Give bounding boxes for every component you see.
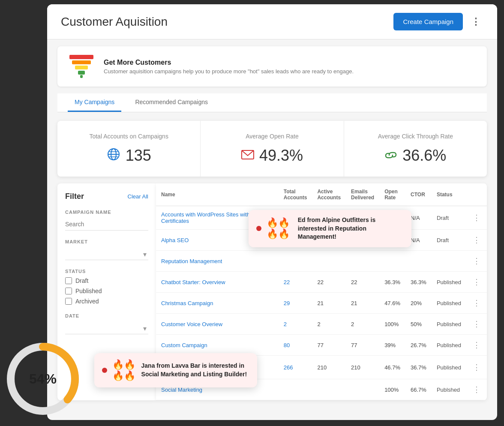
row-menu-button[interactable]: ⋮ <box>471 256 482 266</box>
cell-status: Published <box>432 272 466 293</box>
cell-total-accounts: 266 <box>279 356 312 379</box>
table-row: Chatbot Starter: Overview 22 22 22 36.3%… <box>156 272 487 293</box>
stats-row: Total Accounts on Campaigns 135 Average … <box>57 121 487 177</box>
status-option-published[interactable]: Published <box>65 288 148 294</box>
campaign-link[interactable]: Chatbot Starter: Overview <box>161 279 225 285</box>
cell-status: Published <box>432 293 466 314</box>
cell-actions: ⋮ <box>466 251 487 272</box>
table-row: Custom Campaign 80 77 77 39% 26.7% Publi… <box>156 335 487 356</box>
campaign-name-label: CAMPAIGN NAME <box>65 210 148 215</box>
row-menu-button[interactable]: ⋮ <box>471 298 482 308</box>
page-title: Customer Aquisition <box>61 15 168 29</box>
cell-active-accounts <box>312 379 346 400</box>
donut-percent: 54% <box>29 371 57 387</box>
status-checkbox-archived[interactable] <box>65 298 72 305</box>
cell-status: Published <box>432 356 466 379</box>
row-menu-button[interactable]: ⋮ <box>471 319 482 329</box>
cell-actions: ⋮ <box>466 206 487 230</box>
cell-status <box>432 251 466 272</box>
cell-active-accounts: 21 <box>312 293 346 314</box>
status-label: STATUS <box>65 269 148 274</box>
table-row: Christmas Campaign 29 21 21 47.6% 20% Pu… <box>156 293 487 314</box>
campaign-link[interactable]: Alpha SEO <box>161 237 189 243</box>
row-menu-button[interactable]: ⋮ <box>471 277 482 287</box>
more-menu-icon[interactable]: ⋮ <box>468 14 483 30</box>
date-label: DATE <box>65 313 148 318</box>
row-menu-button[interactable]: ⋮ <box>471 340 482 350</box>
stat-open-rate-label: Average Open Rate <box>211 133 333 140</box>
cell-actions: ⋮ <box>466 272 487 293</box>
banner-description: Customer aquisition campaigns help you t… <box>104 68 354 75</box>
cell-active-accounts: 77 <box>312 335 346 356</box>
row-menu-button[interactable]: ⋮ <box>471 384 482 395</box>
cell-emails-delivered: 210 <box>346 356 379 379</box>
email-icon <box>241 148 254 163</box>
link-icon <box>384 149 397 162</box>
filter-campaign-name-section: CAMPAIGN NAME <box>65 210 148 231</box>
date-select-wrapper: ▾ <box>65 322 148 334</box>
funnel-icon <box>68 55 95 78</box>
cell-ctor: 66.7% <box>405 379 432 400</box>
cell-open-rate: 39% <box>379 335 405 356</box>
status-option-draft-label: Draft <box>75 277 88 284</box>
status-option-archived-label: Archived <box>75 298 99 305</box>
row-menu-button[interactable]: ⋮ <box>471 213 482 223</box>
cell-status: Draft <box>432 206 466 230</box>
market-select[interactable] <box>65 248 148 260</box>
create-campaign-button[interactable]: Create Campaign <box>393 13 463 30</box>
status-option-draft[interactable]: Draft <box>65 277 148 284</box>
cell-ctor: 36.7% <box>405 356 432 379</box>
status-checkbox-draft[interactable] <box>65 277 72 284</box>
cell-total-accounts: 80 <box>279 335 312 356</box>
banner: Get More Customers Customer aquisition c… <box>57 46 487 87</box>
status-options: Draft Published Archived <box>65 277 148 305</box>
campaign-name-input[interactable] <box>65 218 148 231</box>
date-select[interactable] <box>65 322 148 334</box>
campaign-link[interactable]: Customer Voice Overiew <box>161 321 222 327</box>
status-checkbox-published[interactable] <box>65 288 72 294</box>
donut-inner: 54% <box>29 371 57 387</box>
tooltip-bubble-2: 🔥🔥🔥🔥 Jana from Lavva Bar is interested i… <box>94 353 257 387</box>
cell-total-accounts: 29 <box>279 293 312 314</box>
cell-total-accounts <box>279 251 312 272</box>
cell-active-accounts <box>312 251 346 272</box>
market-label: MARKET <box>65 239 148 244</box>
col-active-accounts: ActiveAccounts <box>312 183 346 206</box>
col-ctor: CTOR <box>405 183 432 206</box>
clear-all-button[interactable]: Clear All <box>128 193 148 200</box>
svg-rect-3 <box>78 71 85 75</box>
campaign-link[interactable]: Reputation Management <box>161 258 222 264</box>
cell-total-accounts: 2 <box>279 314 312 335</box>
campaign-link[interactable]: Custom Campaign <box>161 342 207 348</box>
cell-actions: ⋮ <box>466 314 487 335</box>
tab-my-campaigns[interactable]: My Campaigns <box>68 93 121 112</box>
cell-total-accounts <box>279 379 312 400</box>
row-menu-button[interactable]: ⋮ <box>471 235 482 245</box>
cell-actions: ⋮ <box>466 293 487 314</box>
stat-click-through-label: Average Click Through Rate <box>354 133 477 140</box>
tooltip-dot-2 <box>102 368 107 373</box>
cell-active-accounts: 22 <box>312 272 346 293</box>
row-menu-button[interactable]: ⋮ <box>471 362 482 372</box>
cell-status: Published <box>432 314 466 335</box>
filter-date-section: DATE ▾ <box>65 313 148 334</box>
tab-recommended-campaigns[interactable]: Recommended Campaigns <box>128 93 215 112</box>
status-option-archived[interactable]: Archived <box>65 298 148 305</box>
cell-active-accounts: 210 <box>312 356 346 379</box>
tooltip-bubble-1: 🔥🔥🔥🔥 Ed from Alpine Outfitters is intere… <box>249 210 411 247</box>
cell-emails-delivered: 77 <box>346 335 379 356</box>
filter-title: Filter <box>65 192 84 201</box>
campaign-link[interactable]: Christmas Campaign <box>161 300 213 306</box>
svg-rect-2 <box>75 66 88 69</box>
cell-ctor: 26.7% <box>405 335 432 356</box>
header: Customer Aquisition Create Campaign ⋮ <box>47 4 497 39</box>
cell-status: Published <box>432 335 466 356</box>
col-status: Status <box>432 183 466 206</box>
stat-click-through-value: 36.6% <box>354 147 477 165</box>
cell-ctor: 36.3% <box>405 272 432 293</box>
tooltip-reputation-management: 🔥🔥🔥🔥 Ed from Alpine Outfitters is intere… <box>249 210 411 247</box>
stat-open-rate-value: 49.3% <box>211 147 333 165</box>
stat-total-accounts-label: Total Accounts on Campaigns <box>68 133 190 140</box>
status-option-published-label: Published <box>75 288 102 294</box>
tooltip-text-1: Ed from Alpine Outfitters is interested … <box>298 216 404 241</box>
